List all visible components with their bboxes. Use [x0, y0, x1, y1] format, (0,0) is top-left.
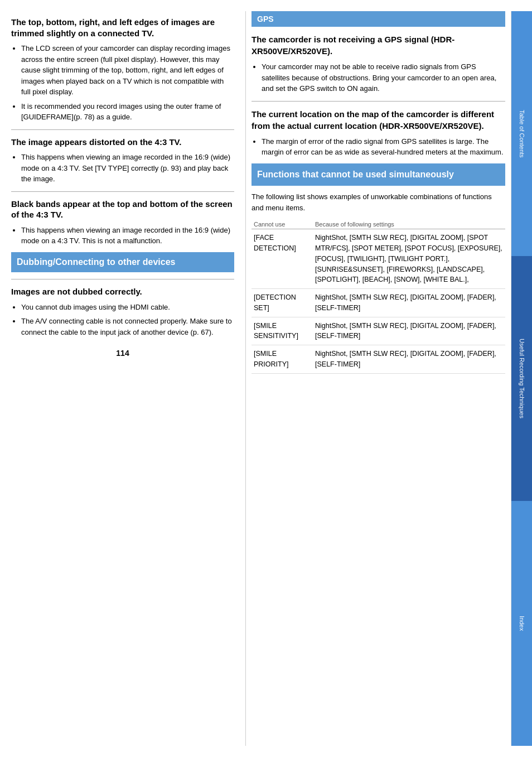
table-cell-because: NightShot, [SMTH SLW REC], [DIGITAL ZOOM… — [313, 289, 505, 317]
sidebar-tab-index-label: Index — [519, 616, 525, 631]
divider — [252, 101, 505, 102]
list-item: It is recommended you record images usin… — [21, 101, 234, 123]
divider — [11, 129, 234, 130]
sidebar-tab-useful[interactable]: Useful Recording Techniques — [511, 256, 532, 501]
right-sidebar: Table of Contents Useful Recording Techn… — [511, 11, 532, 746]
main-content: The top, bottom, right, and left edges o… — [0, 0, 532, 757]
gps-bullets2: The margin of error of the radio signal … — [262, 136, 505, 158]
gps-section-box: GPS — [252, 11, 505, 27]
gps-heading1: The camcorder is not receiving a GPS sig… — [252, 33, 505, 57]
table-cell-cannot: [SMILE PRIORITY] — [252, 345, 313, 374]
sidebar-tab-index[interactable]: Index — [511, 501, 532, 746]
section3-heading: Black bands appear at the top and bottom… — [11, 199, 234, 220]
table-cell-cannot: [DETECTION SET] — [252, 289, 313, 317]
page-number: 114 — [11, 349, 234, 358]
table-row: [DETECTION SET] NightShot, [SMTH SLW REC… — [252, 289, 505, 317]
table-cell-cannot: [SMILE SENSITIVITY] — [252, 317, 313, 345]
sidebar-tab-toc[interactable]: Table of Contents — [511, 11, 532, 256]
right-column: GPS The camcorder is not receiving a GPS… — [245, 11, 511, 746]
section3-bullets: This happens when viewing an image recor… — [21, 225, 234, 247]
section1-heading: The top, bottom, right, and left edges o… — [11, 17, 234, 38]
list-item: The margin of error of the radio signal … — [262, 136, 505, 158]
left-column: The top, bottom, right, and left edges o… — [11, 11, 245, 746]
table-row: [SMILE PRIORITY] NightShot, [SMTH SLW RE… — [252, 345, 505, 374]
table-header-because: Because of following settings — [313, 220, 505, 229]
table-header-cannot: Cannot use — [252, 220, 313, 229]
gps-bullets1: Your camcorder may not be able to receiv… — [262, 61, 505, 94]
dubbing-section-box: Dubbing/Connecting to other devices — [11, 252, 234, 273]
table-cell-cannot: [FACE DETECTION] — [252, 229, 313, 289]
sidebar-tab-useful-label: Useful Recording Techniques — [519, 339, 525, 418]
section1-bullets: The LCD screen of your camcorder can dis… — [21, 43, 234, 123]
divider — [11, 191, 234, 192]
table-cell-because: NightShot, [SMTH SLW REC], [DIGITAL ZOOM… — [313, 317, 505, 345]
divider — [11, 279, 234, 279]
list-item: This happens when viewing an image recor… — [21, 152, 234, 185]
section2-bullets: This happens when viewing an image recor… — [21, 152, 234, 185]
functions-intro: The following list shows examples of unw… — [252, 191, 505, 213]
table-row: [SMILE SENSITIVITY] NightShot, [SMTH SLW… — [252, 317, 505, 345]
section2-heading: The image appears distorted on the 4:3 T… — [11, 137, 234, 148]
table-cell-because: NightShot, [SMTH SLW REC], [DIGITAL ZOOM… — [313, 229, 505, 289]
list-item: The A/V connecting cable is not connecte… — [21, 316, 234, 337]
gps-heading2: The current location on the map of the c… — [252, 108, 505, 132]
table-cell-because: NightShot, [SMTH SLW REC], [DIGITAL ZOOM… — [313, 345, 505, 374]
functions-table: Cannot use Because of following settings… — [252, 220, 505, 373]
section4-bullets: You cannot dub images using the HDMI cab… — [21, 302, 234, 338]
list-item: The LCD screen of your camcorder can dis… — [21, 43, 234, 98]
section4-heading: Images are not dubbed correctly. — [11, 286, 234, 297]
list-item: This happens when viewing an image recor… — [21, 225, 234, 247]
list-item: Your camcorder may not be able to receiv… — [262, 61, 505, 94]
list-item: You cannot dub images using the HDMI cab… — [21, 302, 234, 313]
sidebar-tab-toc-label: Table of Contents — [519, 110, 525, 158]
table-row: [FACE DETECTION] NightShot, [SMTH SLW RE… — [252, 229, 505, 289]
functions-section-box: Functions that cannot be used simultaneo… — [252, 163, 505, 186]
